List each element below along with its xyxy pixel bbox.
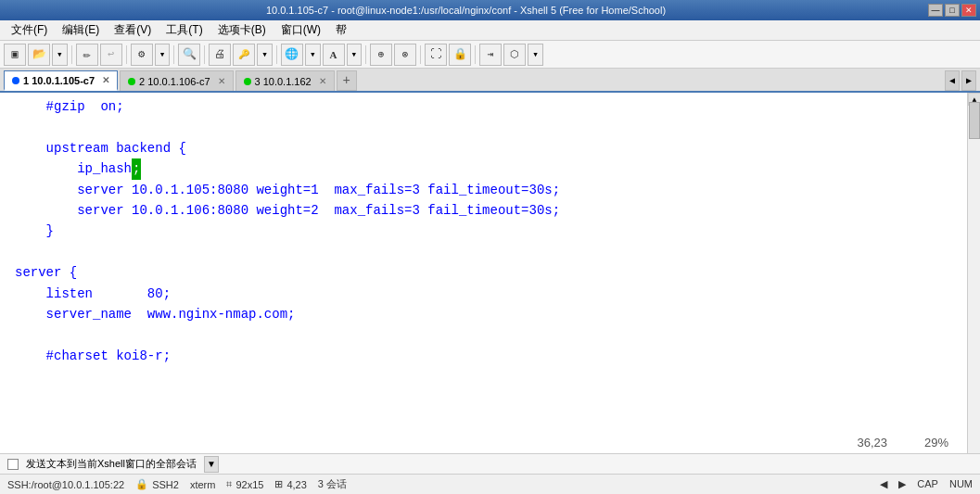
toolbar-undo[interactable]: ↩ xyxy=(100,44,122,66)
toolbar-sep1 xyxy=(71,45,72,64)
pos-icon: ⊞ xyxy=(274,478,283,490)
cursor-pos-status: 4,23 xyxy=(286,479,306,490)
status-terminal: xterm xyxy=(190,479,216,490)
status-pos: ⊞ 4,23 xyxy=(274,478,306,490)
tab-3[interactable]: 3 10.0.1.162 ✕ xyxy=(235,70,335,91)
send-all-label: 发送文本到当前Xshell窗口的全部会话 xyxy=(26,457,197,471)
line-2: upstream backend { xyxy=(15,138,952,158)
tab-indicator-3 xyxy=(244,78,251,85)
line-3: ip_hash; xyxy=(15,158,952,179)
toolbar-globe-dropdown[interactable]: ▾ xyxy=(305,44,321,66)
toolbar-lock[interactable]: 🔒 xyxy=(449,44,471,66)
status-right: ◀ ▶ CAP NUM xyxy=(880,478,973,490)
maximize-button[interactable]: □ xyxy=(945,4,960,17)
editor-content: #gzip on; upstream backend { ip_hash; se… xyxy=(0,96,967,366)
status-nav-prev[interactable]: ◀ xyxy=(880,478,887,490)
toolbar-btn7[interactable]: ⊕ xyxy=(370,44,392,66)
toolbar-transfer2[interactable]: ⬡ xyxy=(503,44,526,66)
position-info: 36,23 29% xyxy=(857,436,948,450)
title-bar: 10.0.1.105-c7 - root@linux-node1:/usr/lo… xyxy=(0,0,980,20)
scroll-thumb[interactable] xyxy=(969,102,980,139)
status-sessions: 3 会话 xyxy=(318,477,347,491)
tab-next-button[interactable]: ▶ xyxy=(961,70,976,91)
input-bar: 发送文本到当前Xshell窗口的全部会话 ▼ xyxy=(0,453,980,474)
menu-file[interactable]: 文件(F) xyxy=(4,20,55,40)
scroll-percent: 29% xyxy=(924,436,948,450)
menu-view[interactable]: 查看(V) xyxy=(107,20,159,40)
toolbar-sep3 xyxy=(173,45,174,64)
title-bar-controls: — □ ✕ xyxy=(928,4,976,17)
tab-nav: ◀ ▶ xyxy=(945,70,976,91)
line-empty-3 xyxy=(15,324,952,345)
toolbar-globe[interactable]: 🌐 xyxy=(281,44,303,66)
line-5: server 10.0.1.106:8080 weight=2 max_fail… xyxy=(15,200,952,221)
menu-edit[interactable]: 编辑(E) xyxy=(55,20,107,40)
toolbar-sep7 xyxy=(420,45,421,64)
toolbar-transfer-dropdown[interactable]: ▾ xyxy=(528,44,543,66)
status-term: xterm xyxy=(190,479,216,490)
status-num: NUM xyxy=(949,478,973,490)
status-nav-next[interactable]: ▶ xyxy=(898,478,906,490)
menu-help[interactable]: 帮 xyxy=(328,20,354,40)
toolbar-settings[interactable]: ⚙ xyxy=(131,44,153,66)
send-all-checkbox[interactable] xyxy=(7,459,19,470)
tab-1[interactable]: 1 10.0.1.105-c7 ✕ xyxy=(4,70,118,91)
status-connection: SSH:/root@10.0.1.105:22 xyxy=(7,479,124,490)
size-icon: ⌗ xyxy=(226,478,232,490)
main-content: #gzip on; upstream backend { ip_hash; se… xyxy=(0,93,980,453)
menu-window[interactable]: 窗口(W) xyxy=(274,20,328,40)
status-bar: SSH:/root@10.0.1.105:22 🔒 SSH2 xterm ⌗ 9… xyxy=(0,474,980,494)
sessions-count: 3 会话 xyxy=(318,477,347,491)
toolbar-font[interactable]: A xyxy=(323,44,345,66)
toolbar-transfer1[interactable]: ⇥ xyxy=(479,44,502,66)
input-scroll-btn[interactable]: ▼ xyxy=(204,456,219,473)
line-empty-1 xyxy=(15,117,952,137)
toolbar: ▣ 📂 ▾ ✏ ↩ ⚙ ▾ 🔍 🖨 🔑 ▾ 🌐 ▾ A ▾ ⊕ ⊗ ⛶ 🔒 ⇥ … xyxy=(0,41,980,69)
title-bar-title: 10.0.1.105-c7 - root@linux-node1:/usr/lo… xyxy=(4,5,928,16)
tab-2[interactable]: 2 10.0.1.106-c7 ✕ xyxy=(120,70,233,91)
toolbar-btn8[interactable]: ⊗ xyxy=(394,44,416,66)
line-empty-2 xyxy=(15,242,952,262)
status-user-host: SSH:/root@10.0.1.105:22 xyxy=(7,479,124,490)
toolbar-zoom[interactable]: 🔍 xyxy=(178,44,200,66)
toolbar-key-dropdown[interactable]: ▾ xyxy=(257,44,273,66)
toolbar-settings-dropdown[interactable]: ▾ xyxy=(155,44,171,66)
tab-label-1: 1 10.0.1.105-c7 xyxy=(23,75,95,86)
tab-close-1[interactable]: ✕ xyxy=(102,75,109,85)
minimize-button[interactable]: — xyxy=(928,4,943,17)
menu-tabs[interactable]: 选项卡(B) xyxy=(210,20,274,40)
tab-label-2: 2 10.0.1.106-c7 xyxy=(139,76,210,87)
tab-close-3[interactable]: ✕ xyxy=(319,76,326,86)
toolbar-key1[interactable]: 🔑 xyxy=(233,44,255,66)
status-protocol: SSH2 xyxy=(152,479,179,490)
cursor-position: 36,23 xyxy=(857,436,887,450)
vertical-scrollbar[interactable]: ▲ xyxy=(967,93,980,453)
toolbar-sep5 xyxy=(276,45,277,64)
toolbar-pencil[interactable]: ✏ xyxy=(76,44,98,66)
status-lock: 🔒 SSH2 xyxy=(135,478,179,490)
menu-bar: 文件(F) 编辑(E) 查看(V) 工具(T) 选项卡(B) 窗口(W) 帮 xyxy=(0,20,980,41)
line-8: listen 80; xyxy=(15,284,952,304)
status-caps: CAP xyxy=(917,478,938,490)
menu-tools[interactable]: 工具(T) xyxy=(159,20,210,40)
tab-bar: 1 10.0.1.105-c7 ✕ 2 10.0.1.106-c7 ✕ 3 10… xyxy=(0,69,980,93)
tab-close-2[interactable]: ✕ xyxy=(218,76,225,86)
tab-prev-button[interactable]: ◀ xyxy=(945,70,960,91)
toolbar-new[interactable]: ▣ xyxy=(4,44,26,66)
line-10: #charset koi8-r; xyxy=(15,346,952,366)
editor[interactable]: #gzip on; upstream backend { ip_hash; se… xyxy=(0,93,967,453)
close-button[interactable]: ✕ xyxy=(961,4,976,17)
lock-icon: 🔒 xyxy=(135,478,148,490)
toolbar-print[interactable]: 🖨 xyxy=(209,44,231,66)
toolbar-open[interactable]: 📂 xyxy=(28,44,50,66)
toolbar-font-dropdown[interactable]: ▾ xyxy=(347,44,363,66)
toolbar-open-dropdown[interactable]: ▾ xyxy=(52,44,68,66)
toolbar-fullscreen[interactable]: ⛶ xyxy=(425,44,447,66)
status-size: ⌗ 92x15 xyxy=(226,478,263,490)
tab-indicator-2 xyxy=(128,78,135,85)
tab-add-button[interactable]: + xyxy=(337,70,357,91)
toolbar-sep8 xyxy=(475,45,476,64)
line-1: #gzip on; xyxy=(15,96,952,117)
toolbar-sep2 xyxy=(126,45,127,64)
line-9: server_name www.nginx-nmap.com; xyxy=(15,304,952,324)
